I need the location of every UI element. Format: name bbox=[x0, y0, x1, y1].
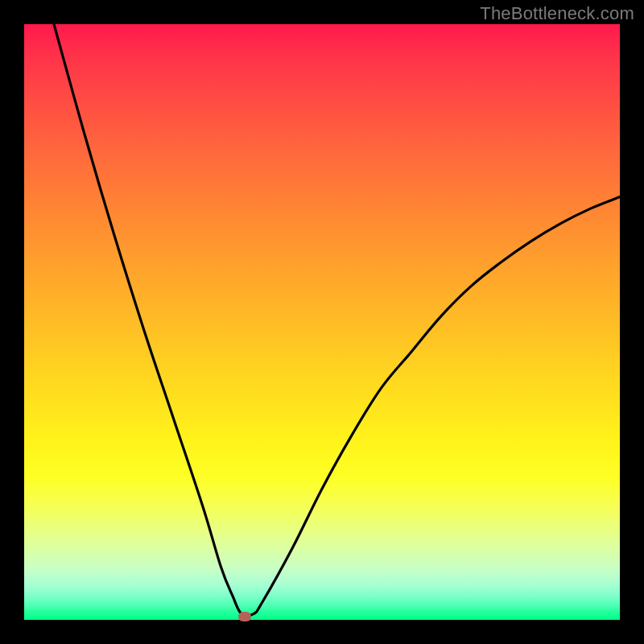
optimal-marker bbox=[238, 612, 251, 621]
chart-frame: TheBottleneck.com bbox=[0, 0, 644, 644]
watermark-text: TheBottleneck.com bbox=[480, 3, 634, 24]
curve-path bbox=[54, 24, 620, 616]
plot-area bbox=[24, 24, 620, 620]
bottleneck-curve bbox=[24, 24, 620, 620]
